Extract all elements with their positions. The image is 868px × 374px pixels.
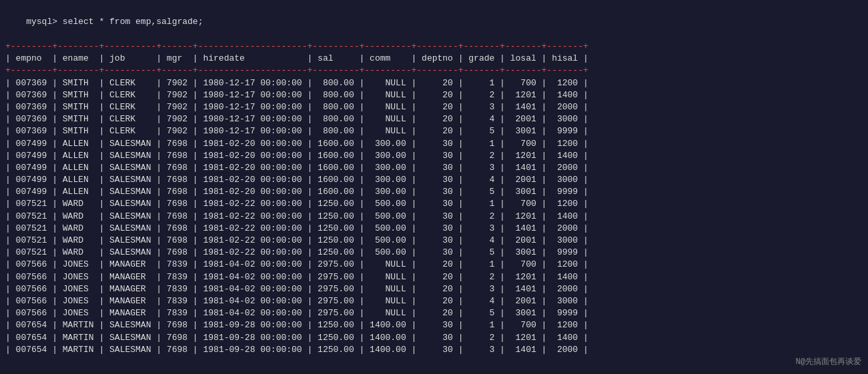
separator-mid: +--------+--------+----------+------+---… (5, 65, 863, 77)
table-row: | 007521 | WARD | SALESMAN | 7698 | 1981… (5, 247, 863, 259)
table-row: | 007521 | WARD | SALESMAN | 7698 | 1981… (5, 235, 863, 247)
table-row: | 007369 | SMITH | CLERK | 7902 | 1980-1… (5, 101, 863, 113)
table-row: | 007566 | JONES | MANAGER | 7839 | 1981… (5, 307, 863, 319)
table-row: | 007566 | JONES | MANAGER | 7839 | 1981… (5, 271, 863, 283)
separator-top: +--------+--------+----------+------+---… (5, 41, 863, 53)
table-row: | 007521 | WARD | SALESMAN | 7698 | 1981… (5, 223, 863, 235)
table-row: | 007499 | ALLEN | SALESMAN | 7698 | 198… (5, 174, 863, 186)
table-row: | 007369 | SMITH | CLERK | 7902 | 1980-1… (5, 113, 863, 125)
table-row: | 007566 | JONES | MANAGER | 7839 | 1981… (5, 259, 863, 271)
table-row: | 007499 | ALLEN | SALESMAN | 7698 | 198… (5, 138, 863, 150)
table-row: | 007566 | JONES | MANAGER | 7839 | 1981… (5, 283, 863, 295)
command-line: mysql> select * from emp,salgrade; (5, 7, 863, 37)
table-row: | 007499 | ALLEN | SALESMAN | 7698 | 198… (5, 150, 863, 162)
table-row: | 007499 | ALLEN | SALESMAN | 7698 | 198… (5, 162, 863, 174)
table-row: | 007521 | WARD | SALESMAN | 7698 | 1981… (5, 211, 863, 223)
table-row: | 007369 | SMITH | CLERK | 7902 | 1980-1… (5, 77, 863, 89)
table-row: | 007369 | SMITH | CLERK | 7902 | 1980-1… (5, 89, 863, 101)
table-row: | 007654 | MARTIN | SALESMAN | 7698 | 19… (5, 344, 863, 356)
table-row: | 007654 | MARTIN | SALESMAN | 7698 | 19… (5, 332, 863, 344)
data-rows-container: | 007369 | SMITH | CLERK | 7902 | 1980-1… (5, 77, 863, 356)
table-row: | 007566 | JONES | MANAGER | 7839 | 1981… (5, 295, 863, 307)
table-row: | 007654 | MARTIN | SALESMAN | 7698 | 19… (5, 319, 863, 331)
watermark: N@先搞面包再谈爱 (796, 356, 861, 367)
table-row: | 007369 | SMITH | CLERK | 7902 | 1980-1… (5, 125, 863, 137)
terminal-window: mysql> select * from emp,salgrade; +----… (0, 0, 868, 374)
prompt: mysql> select * from emp,salgrade; (26, 17, 203, 27)
table-row: | 007499 | ALLEN | SALESMAN | 7698 | 198… (5, 186, 863, 198)
table-row: | 007521 | WARD | SALESMAN | 7698 | 1981… (5, 198, 863, 210)
header-row: | empno | ename | job | mgr | hiredate |… (5, 53, 863, 65)
